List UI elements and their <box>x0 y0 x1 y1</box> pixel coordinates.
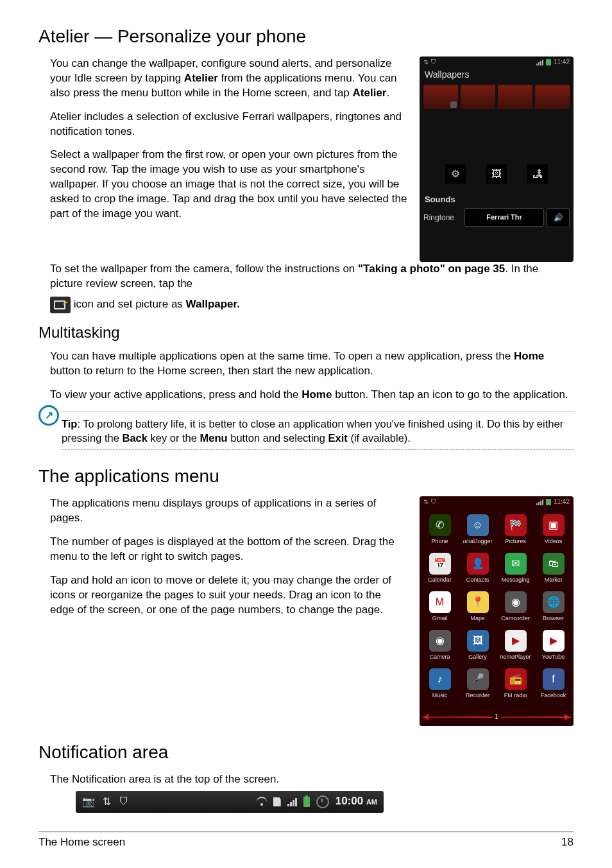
app-icon-calendar[interactable]: 📅Calendar <box>421 549 459 587</box>
ringtone-label: Ringtone <box>423 213 462 223</box>
key-image-icon[interactable]: 🏞 <box>527 164 548 184</box>
sounds-row: Ringtone Ferrari Thr 🔊 <box>420 208 574 231</box>
app-label: Pictures <box>505 537 526 545</box>
app-icon-browser[interactable]: 🌐Browser <box>534 587 572 626</box>
app-label: YouTube <box>542 653 565 661</box>
statusbar: ⇅ ⛉ 11:42 <box>420 56 574 68</box>
tip-box: Tip: To prolong battery life, it is bett… <box>38 412 574 451</box>
app-icon-youtube[interactable]: ▶YouTube <box>534 626 572 664</box>
app-icon-pictures[interactable]: 🏁Pictures <box>497 510 534 549</box>
wallpaper-thumb[interactable] <box>535 85 570 109</box>
heading-notification-area: Notification area <box>38 740 574 765</box>
app-glyph-icon: ☺ <box>467 514 489 536</box>
status-left-icons: ⇅ ⛉ <box>423 498 437 507</box>
app-label: FM radio <box>504 691 527 699</box>
app-icon-nemoplayer[interactable]: ▶nemoPlayer <box>497 626 534 664</box>
app-glyph-icon: 👤 <box>467 553 489 575</box>
app-glyph-icon: M <box>429 591 451 613</box>
notif-time: 10:00 AM <box>336 794 377 809</box>
wallpaper-thumb[interactable] <box>461 85 495 109</box>
app-icon-camera[interactable]: ◉Camera <box>421 626 459 664</box>
app-glyph-icon: ▣ <box>543 514 565 536</box>
app-icon-phone[interactable]: ✆Phone <box>421 510 459 549</box>
app-label: Camera <box>429 653 450 661</box>
status-time: 11:42 <box>554 58 570 67</box>
app-icon-music[interactable]: ♪Music <box>421 664 459 703</box>
ringtone-dropdown[interactable]: Ferrari Thr <box>464 208 544 227</box>
status-left-icons: ⇅ ⛉ <box>423 58 437 67</box>
app-icon-market[interactable]: 🛍Market <box>534 549 572 587</box>
app-glyph-icon: 📍 <box>467 591 489 613</box>
pager: 1 <box>420 711 574 724</box>
app-label: Market <box>545 576 563 584</box>
app-glyph-icon: 🛍 <box>543 553 565 575</box>
app-glyph-icon: ♪ <box>429 668 451 690</box>
status-time: 11:42 <box>554 498 570 507</box>
app-icon-contacts[interactable]: 👤Contacts <box>459 549 497 587</box>
paragraph: To view your active applications, press … <box>38 388 574 403</box>
battery-icon <box>303 797 310 807</box>
app-icon-gallery[interactable]: 🖼Gallery <box>459 626 497 664</box>
app-glyph-icon: ▶ <box>543 630 565 652</box>
app-icon-messaging[interactable]: ✉Messaging <box>497 549 534 587</box>
app-icon-gmail[interactable]: MGmail <box>421 587 459 626</box>
app-icon-maps[interactable]: 📍Maps <box>459 587 497 626</box>
tip-icon <box>38 405 59 426</box>
wallpaper-thumb[interactable] <box>423 85 458 109</box>
app-label: Maps <box>470 614 484 622</box>
footer: The Home screen 18 <box>38 835 574 850</box>
app-label: Calendar <box>428 576 452 584</box>
app-glyph-icon: 🖼 <box>467 630 489 652</box>
signal-icon <box>287 797 297 806</box>
app-glyph-icon: ◉ <box>505 591 527 613</box>
sdcard-icon <box>273 797 281 806</box>
footer-section-title: The Home screen <box>38 835 125 850</box>
app-label: Browser <box>543 614 564 622</box>
app-label: Music <box>432 691 448 699</box>
pager-arrow-left[interactable] <box>423 714 429 720</box>
pager-arrow-right[interactable] <box>565 714 570 720</box>
wallpaper-thumbs <box>420 85 574 109</box>
play-sound-button[interactable]: 🔊 <box>547 208 570 227</box>
heading-atelier: Atelier — Personalize your phone <box>38 24 574 49</box>
app-icon-facebook[interactable]: fFacebook <box>534 664 572 703</box>
app-icon-fm-radio[interactable]: 📻FM radio <box>497 664 534 703</box>
wallpapers-title: Wallpapers <box>420 67 574 85</box>
app-icon-camcorder[interactable]: ◉Camcorder <box>497 587 534 626</box>
heading-apps-menu: The applications menu <box>38 464 574 489</box>
key-settings-icon[interactable]: ⚙ <box>445 164 466 184</box>
notification-bar-image: 📷 ⇅ ⛉ 10:00 AM <box>76 791 384 813</box>
app-glyph-icon: 📅 <box>429 553 451 575</box>
key-row: ⚙ 🖼 🏞 <box>420 161 574 187</box>
paragraph: icon and set picture as Wallpaper. <box>38 297 574 313</box>
wallpaper-thumb[interactable] <box>498 85 532 109</box>
app-glyph-icon: f <box>543 668 565 690</box>
signal-icon <box>536 59 543 65</box>
app-icon-recorder[interactable]: 🎤Recorder <box>459 664 497 703</box>
app-icon-ocialjogger[interactable]: ☺ocialJogger <box>459 510 497 549</box>
app-label: ocialJogger <box>463 537 492 545</box>
pager-current: 1 <box>495 713 498 722</box>
app-label: Contacts <box>466 576 489 584</box>
signal-icon <box>536 499 543 505</box>
usb-icon: ⇅ <box>103 795 111 809</box>
app-label: nemoPlayer <box>500 653 531 661</box>
app-label: Messaging <box>502 576 530 584</box>
screenshot-apps-menu: ⇅ ⛉ 11:42 ✆Phone☺ocialJogger🏁Pictures▣Vi… <box>420 496 574 726</box>
app-glyph-icon: 🏁 <box>505 514 527 536</box>
screenshot-wallpapers: ⇅ ⛉ 11:42 Wallpapers ⚙ 🖼 🏞 Sounds Ringto… <box>420 56 574 262</box>
app-icon-videos[interactable]: ▣Videos <box>534 510 572 549</box>
paragraph: To set the wallpaper from the camera, fo… <box>38 262 574 291</box>
app-label: Phone <box>431 537 448 545</box>
app-grid: ✆Phone☺ocialJogger🏁Pictures▣Videos📅Calen… <box>420 508 574 706</box>
app-glyph-icon: ✉ <box>505 553 527 575</box>
app-glyph-icon: 📻 <box>505 668 527 690</box>
footer-divider <box>38 831 574 832</box>
camera-icon: 📷 <box>82 795 95 809</box>
app-glyph-icon: 🌐 <box>543 591 565 613</box>
app-glyph-icon: 🎤 <box>467 668 489 690</box>
battery-icon <box>546 499 551 505</box>
paragraph: You can have multiple applications open … <box>38 349 574 379</box>
statusbar: ⇅ ⛉ 11:42 <box>420 496 574 508</box>
key-picture-icon[interactable]: 🖼 <box>486 164 507 184</box>
